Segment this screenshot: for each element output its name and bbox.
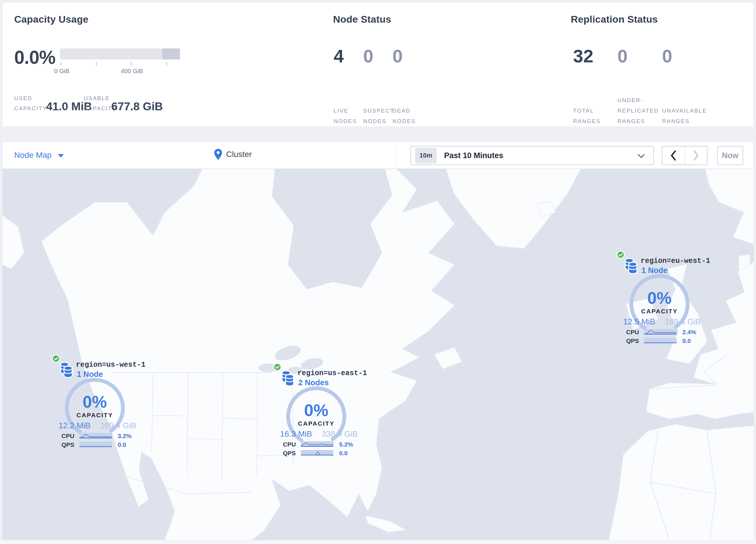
- view-selector-dropdown[interactable]: Node Map: [14, 150, 64, 160]
- prev-time-button[interactable]: [662, 146, 685, 164]
- capacity-bar-reserved-segment: [162, 48, 180, 59]
- now-button[interactable]: Now: [717, 146, 743, 165]
- under-replicated-ranges-count: 0: [617, 46, 628, 66]
- capacity-bar: [60, 48, 180, 59]
- replication-status-section: Replication Status 32 0 0 TOTAL RANGES U…: [571, 3, 750, 126]
- tick-mark: [166, 62, 167, 66]
- live-nodes-count: 4: [334, 46, 344, 66]
- capacity-bar-tick-labels: 0 GiB 400 GiB: [60, 68, 180, 75]
- total-ranges-count: 32: [573, 46, 593, 66]
- chevron-left-icon: [670, 150, 677, 161]
- qps-value: 0.0: [339, 450, 348, 457]
- used-capacity: 12.2 MiB: [59, 421, 91, 430]
- node-marker-eu-west-1[interactable]: region=eu-west-1 1 Node 0% CAPACITY 12.5…: [616, 250, 706, 348]
- unavailable-ranges-label: UNAVAILABLE RANGES: [662, 106, 707, 126]
- time-pager: [662, 146, 708, 165]
- capacity-bar-chart: 0 GiB 400 GiB: [60, 48, 180, 75]
- capacity-bar-ticks: [60, 62, 180, 66]
- live-nodes-label: LIVE NODES: [334, 106, 357, 126]
- qps-label: QPS: [283, 450, 296, 457]
- cpu-metric-row: CPU 5.2%: [283, 441, 358, 447]
- region-label: region=us-west-1: [76, 361, 146, 369]
- capacity-used-percent: 0.0%: [14, 47, 55, 68]
- qps-label: QPS: [61, 441, 74, 448]
- node-status-title: Node Status: [333, 14, 391, 25]
- total-capacity: 169.4 GiB: [665, 317, 701, 327]
- capacity-usage-title: Capacity Usage: [14, 14, 88, 25]
- tick-mark: [96, 62, 97, 66]
- node-map[interactable]: region=us-west-1 1 Node 0% CAPACITY 12.2…: [2, 169, 754, 540]
- usable-capacity-value: 677.8 GiB: [111, 100, 163, 113]
- cpu-value: 3.2%: [118, 433, 132, 440]
- tick-label: 0 GiB: [54, 68, 70, 75]
- cpu-label: CPU: [61, 433, 74, 440]
- cpu-sparkline: [301, 441, 333, 447]
- dead-nodes-label: DEAD NODES: [392, 106, 416, 126]
- breadcrumb[interactable]: Cluster: [214, 149, 252, 160]
- gauge-percent: 0%: [630, 288, 688, 308]
- breadcrumb-label: Cluster: [226, 150, 252, 159]
- suspect-nodes-count: 0: [363, 46, 373, 66]
- total-ranges-label: TOTAL RANGES: [573, 106, 601, 126]
- node-marker-us-east-1[interactable]: region=us-east-1 2 Nodes 0% CAPACITY 16.…: [273, 363, 363, 460]
- next-time-button[interactable]: [685, 146, 707, 164]
- qps-value: 0.0: [118, 441, 126, 448]
- gauge-capacity-label: CAPACITY: [630, 308, 688, 315]
- suspect-nodes-label: SUSPECT NODES: [363, 106, 394, 126]
- region-label: region=eu-west-1: [641, 257, 710, 265]
- cpu-metric-row: CPU 2.4%: [626, 329, 702, 335]
- caret-down-icon: [58, 154, 64, 157]
- cpu-sparkline: [644, 329, 677, 335]
- cpu-value: 2.4%: [682, 329, 696, 336]
- cpu-label: CPU: [283, 441, 296, 448]
- cpu-sparkline: [79, 433, 112, 438]
- gauge-capacity-label: CAPACITY: [66, 412, 124, 419]
- tick-mark: [61, 62, 61, 66]
- dead-nodes-count: 0: [392, 46, 403, 66]
- cluster-summary-panel: Capacity Usage 0.0% 0 GiB 400 GiB USED C…: [2, 2, 754, 127]
- time-range-label: Past 10 Minutes: [444, 151, 503, 160]
- chevron-right-icon: [692, 150, 700, 161]
- time-range-dropdown[interactable]: 10m Past 10 Minutes: [410, 146, 654, 165]
- view-selector-label: Node Map: [14, 150, 52, 160]
- used-capacity-label: USED CAPACITY: [14, 93, 47, 113]
- gauge-capacity-label: CAPACITY: [287, 420, 345, 427]
- used-capacity: 12.5 MiB: [623, 317, 655, 327]
- page-bottom-margin: [0, 540, 756, 544]
- node-status-section: Node Status 4 0 0 LIVE NODES SUSPECT NOD…: [333, 3, 565, 126]
- used-capacity: 16.3 MiB: [280, 429, 312, 439]
- cpu-value: 5.2%: [339, 441, 353, 448]
- unavailable-ranges-count: 0: [662, 46, 672, 66]
- qps-metric-row: QPS 0.0: [61, 441, 137, 448]
- time-range-badge: 10m: [415, 148, 437, 163]
- tick-mark: [131, 62, 132, 66]
- total-capacity: 338.9 GiB: [321, 429, 358, 439]
- cpu-label: CPU: [626, 329, 639, 336]
- cpu-metric-row: CPU 3.2%: [61, 433, 137, 439]
- check-circle-icon: [52, 354, 60, 363]
- replication-status-title: Replication Status: [571, 14, 658, 25]
- qps-value: 0.0: [682, 338, 691, 345]
- gauge-percent: 0%: [287, 400, 345, 420]
- total-capacity: 169.4 GiB: [100, 421, 136, 430]
- chevron-down-icon: [637, 153, 645, 159]
- now-button-label: Now: [722, 151, 739, 160]
- qps-sparkline: [79, 442, 112, 447]
- qps-label: QPS: [626, 338, 639, 345]
- qps-sparkline: [644, 338, 677, 343]
- location-pin-icon: [214, 149, 222, 160]
- check-circle-icon: [273, 363, 282, 371]
- under-replicated-ranges-label: UNDER- REPLICATED RANGES: [617, 95, 659, 126]
- check-circle-icon: [616, 250, 625, 259]
- map-toolbar: Node Map Cluster 10m Past 10 Minutes Now: [2, 141, 754, 169]
- qps-metric-row: QPS 0.0: [283, 450, 358, 456]
- capacity-usage-section: Capacity Usage 0.0% 0 GiB 400 GiB USED C…: [14, 3, 327, 126]
- gauge-percent: 0%: [66, 392, 124, 411]
- tick-label: 400 GiB: [121, 68, 143, 75]
- qps-sparkline: [301, 450, 333, 456]
- capacity-stats: USED CAPACITY 41.0 MiB USABLE CAPACITY 6…: [14, 92, 327, 115]
- node-marker-us-west-1[interactable]: region=us-west-1 1 Node 0% CAPACITY 12.2…: [52, 354, 141, 452]
- region-label: region=us-east-1: [297, 369, 367, 378]
- qps-metric-row: QPS 0.0: [626, 338, 702, 344]
